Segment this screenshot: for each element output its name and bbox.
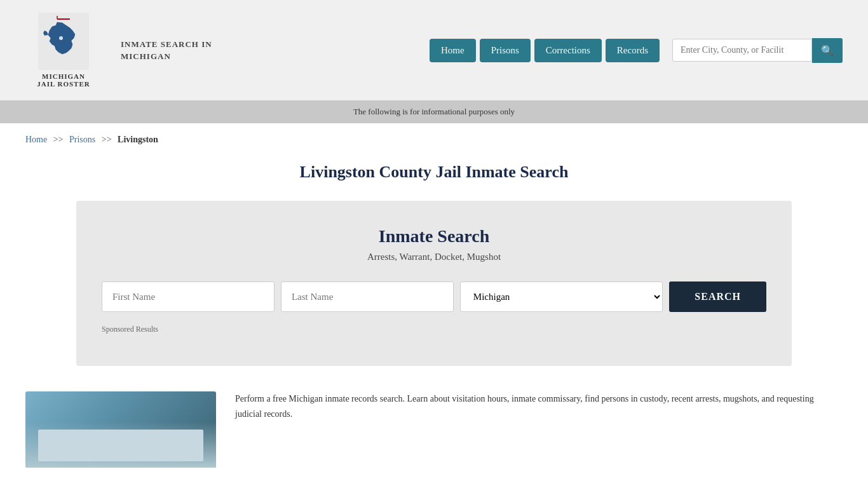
breadcrumb-current: Livingston (118, 135, 158, 144)
svg-point-1 (59, 36, 63, 40)
nav-records-button[interactable]: Records (606, 39, 660, 62)
nav-corrections-button[interactable]: Corrections (534, 39, 602, 62)
logo-text: MICHIGAN JAIL ROSTER (37, 72, 90, 88)
header-search-input[interactable] (672, 39, 812, 62)
breadcrumb-sep2: >> (102, 135, 112, 144)
sponsored-label: Sponsored Results (102, 325, 766, 334)
state-select[interactable]: Michigan Alabama Alaska Arizona Arkansas… (460, 281, 663, 312)
logo-area: MICHIGAN JAIL ROSTER (25, 13, 102, 88)
search-card-title: Inmate Search (102, 226, 766, 247)
site-header: MICHIGAN JAIL ROSTER INMATE SEARCH IN MI… (0, 0, 868, 100)
header-search-button[interactable]: 🔍 (812, 38, 843, 63)
breadcrumb: Home >> Prisons >> Livingston (0, 123, 868, 156)
search-card-subtitle: Arrests, Warrant, Docket, Mugshot (102, 252, 766, 262)
nav-prisons-button[interactable]: Prisons (480, 39, 531, 62)
nav-home-button[interactable]: Home (430, 39, 476, 62)
breadcrumb-home-link[interactable]: Home (25, 135, 47, 144)
page-title: Livingston County Jail Inmate Search (0, 163, 868, 182)
inmate-search-form: Michigan Alabama Alaska Arizona Arkansas… (102, 281, 766, 312)
search-button[interactable]: SEARCH (669, 281, 766, 312)
bottom-section: Perform a free Michigan inmate records s… (25, 391, 843, 468)
jail-image (25, 391, 216, 468)
breadcrumb-prisons-link[interactable]: Prisons (69, 135, 95, 144)
search-card: Inmate Search Arrests, Warrant, Docket, … (76, 201, 792, 366)
last-name-input[interactable] (281, 281, 454, 312)
header-search-bar: 🔍 (672, 38, 843, 63)
main-nav: Home Prisons Corrections Records 🔍 (430, 38, 843, 63)
first-name-input[interactable] (102, 281, 275, 312)
bottom-description: Perform a free Michigan inmate records s… (235, 391, 843, 422)
info-bar: The following is for informational purpo… (0, 100, 868, 123)
logo-icon (38, 13, 89, 70)
breadcrumb-sep1: >> (53, 135, 64, 144)
site-title: INMATE SEARCH IN MICHIGAN (121, 38, 212, 63)
